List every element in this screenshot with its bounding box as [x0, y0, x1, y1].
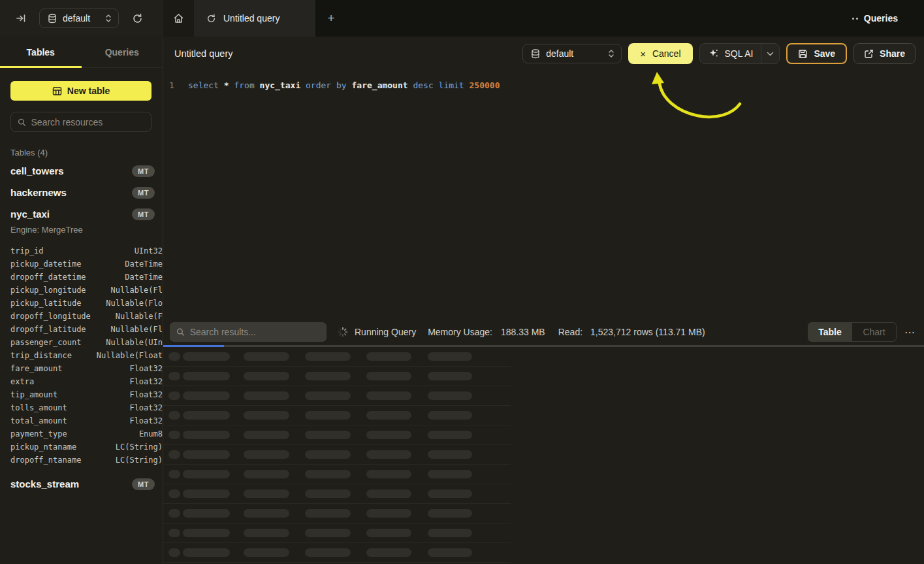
skeleton-pill — [183, 529, 230, 537]
view-toggle: Table Chart — [808, 322, 897, 342]
save-icon — [798, 49, 808, 59]
skeleton-pill — [305, 489, 351, 498]
column-row: dropoff_datetimeDateTime — [0, 271, 163, 284]
database-selector[interactable]: default — [39, 8, 119, 28]
skeleton-row — [163, 445, 511, 465]
column-row: trip_idUInt32 — [0, 244, 163, 257]
sql-ai-button[interactable]: SQL AI — [699, 43, 780, 64]
skeleton-pill — [244, 411, 289, 420]
column-name: tip_amount — [10, 390, 57, 399]
results-search-input[interactable] — [190, 327, 320, 337]
line-number: 1 — [163, 79, 180, 92]
column-row: passenger_countNullable(UIn — [0, 336, 163, 349]
skeleton-pill — [305, 431, 351, 439]
tab-home[interactable] — [163, 0, 194, 37]
skeleton-row — [163, 504, 511, 523]
column-name: extra — [10, 377, 34, 386]
plus-icon: + — [327, 11, 334, 25]
collapse-sidebar-icon[interactable] — [13, 10, 29, 26]
sql-token — [300, 80, 306, 90]
skeleton-pill — [366, 411, 411, 420]
sql-token — [347, 80, 352, 90]
column-row: dropoff_longitudeNullable(F — [0, 310, 163, 323]
skeleton-pill — [305, 548, 351, 557]
skeleton-pill — [428, 450, 472, 459]
column-name: dropoff_latitude — [10, 325, 86, 334]
column-name: dropoff_datetime — [10, 273, 86, 282]
skeleton-pill — [428, 372, 472, 380]
column-name: pickup_datetime — [10, 259, 81, 269]
sidebar-tab-queries[interactable]: Queries — [82, 37, 163, 67]
skeleton-row — [163, 347, 511, 367]
read-label: Read: — [558, 327, 582, 337]
engine-badge: MT — [132, 187, 155, 199]
sql-editor[interactable]: 1 select * from nyc_taxi order by fare_a… — [163, 71, 924, 319]
sql-ai-dropdown[interactable] — [761, 44, 779, 63]
skeleton-pill — [183, 509, 230, 518]
read-value: 1,523,712 rows (113.71 MB) — [590, 327, 705, 337]
column-row: pickup_longitudeNullable(Fl — [0, 284, 163, 297]
skeleton-row — [163, 543, 511, 563]
query-title: Untitled query — [174, 48, 232, 59]
queries-button[interactable]: Queries — [852, 13, 898, 24]
view-toggle-table[interactable]: Table — [808, 322, 852, 342]
cancel-button[interactable]: × Cancel — [628, 43, 692, 64]
skeleton-pill — [168, 529, 180, 537]
table-item-stocks-stream[interactable]: stocks_stream MT — [0, 473, 163, 495]
skeleton-pill — [244, 509, 289, 518]
skeleton-pill — [428, 470, 472, 478]
skeleton-pill — [244, 352, 289, 361]
column-row: dropoff_ntanameLC(String) — [0, 454, 163, 467]
chevron-updown-icon — [105, 14, 112, 23]
new-tab-button[interactable]: + — [315, 0, 347, 37]
resource-search-input[interactable] — [31, 117, 144, 127]
skeleton-pill — [244, 529, 289, 537]
column-row: total_amountFloat32 — [0, 414, 163, 427]
sidebar-tab-tables[interactable]: Tables — [0, 37, 82, 67]
skeleton-pill — [168, 411, 180, 420]
sql-token: order — [306, 80, 331, 90]
sql-token: nyc_taxi — [260, 80, 301, 90]
engine-label: Engine: MergeTree — [0, 225, 163, 238]
column-row: trip_distanceNullable(Float — [0, 349, 163, 362]
refresh-icon[interactable] — [129, 10, 146, 27]
column-row: extraFloat32 — [0, 375, 163, 388]
column-type: Float32 — [129, 364, 163, 373]
skeleton-pill — [428, 529, 472, 537]
top-bar: default Untitled query — [0, 0, 924, 37]
column-name: total_amount — [10, 416, 67, 425]
sidebar: Tables Queries New table Tables (4) cell… — [0, 37, 163, 564]
new-table-button[interactable]: New table — [10, 81, 151, 101]
skeleton-row — [163, 386, 511, 406]
new-table-label: New table — [67, 86, 110, 96]
skeleton-pill — [183, 431, 230, 439]
results-panel: Running Query Memory Usage: 188.33 MB Re… — [163, 319, 924, 564]
column-type: Nullable(Float — [97, 351, 163, 360]
memory-usage-value: 188.33 MB — [501, 327, 545, 337]
table-item-hackernews[interactable]: hackernews MT — [0, 182, 163, 203]
table-item-nyc-taxi[interactable]: nyc_taxi MT — [0, 203, 163, 225]
column-type: Nullable(UIn — [106, 338, 163, 347]
query-database-selector[interactable]: default — [522, 44, 622, 63]
loading-spinner-icon — [338, 327, 348, 337]
skeleton-pill — [428, 548, 472, 557]
view-toggle-chart[interactable]: Chart — [852, 322, 897, 342]
column-name: payment_type — [10, 429, 67, 439]
column-row: tolls_amountFloat32 — [0, 401, 163, 414]
table-item-cell-towers[interactable]: cell_towers MT — [0, 160, 163, 182]
sql-token: from — [234, 80, 254, 90]
queries-label: Queries — [864, 13, 898, 24]
column-row: tip_amountFloat32 — [0, 388, 163, 401]
save-button[interactable]: Save — [786, 43, 847, 64]
skeleton-pill — [183, 450, 230, 459]
sparkle-icon — [709, 48, 719, 59]
share-button[interactable]: Share — [853, 43, 916, 64]
tab-untitled-query[interactable]: Untitled query — [194, 0, 315, 37]
skeleton-pill — [168, 489, 180, 498]
skeleton-pill — [168, 352, 180, 361]
column-name: trip_id — [10, 246, 44, 256]
overflow-menu-icon[interactable]: ⋯ — [904, 326, 916, 339]
tab-label: Untitled query — [223, 13, 279, 24]
column-type: LC(String) — [116, 442, 163, 452]
skeleton-pill — [366, 548, 411, 557]
